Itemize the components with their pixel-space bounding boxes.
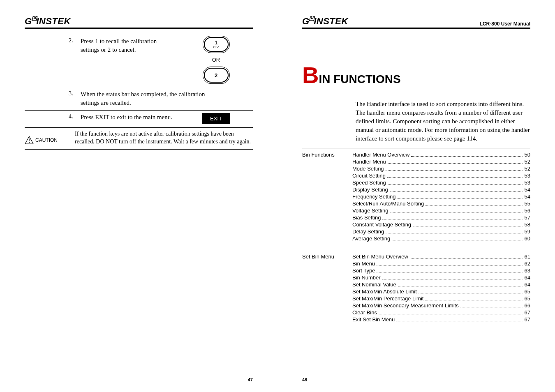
page-number: 47 — [248, 377, 253, 382]
chapter-title: BIN FUNCTIONS — [302, 62, 530, 88]
chapter-rest: IN FUNCTIONS — [319, 73, 400, 85]
toc-entry-title: Bias Setting — [352, 214, 381, 221]
toc-entry-title: Set Max/Min Percentage Limit — [352, 295, 423, 302]
toc-entry-page: 66 — [525, 302, 530, 309]
step-graphic: EXIT — [179, 113, 253, 124]
toc-entry-page: 50 — [525, 152, 530, 158]
toc-row: Select/Run Auto/Manu Sorting55 — [352, 201, 530, 207]
toc-entry-page: 67 — [525, 309, 530, 316]
toc-entry-title: Handler Menu — [352, 159, 386, 165]
toc-row: Speed Setting53 — [352, 180, 530, 186]
toc-entry-page: 52 — [525, 166, 530, 172]
toc-dots — [390, 212, 523, 212]
toc-entry-title: Display Setting — [352, 187, 388, 193]
toc-entry-page: 54 — [525, 194, 530, 200]
toc-entry-title: Circuit Setting — [352, 173, 386, 179]
key-1-button: 1 C.V — [204, 37, 229, 52]
toc-entry-title: Set Bin Menu Overview — [352, 254, 408, 260]
toc-dots — [388, 184, 523, 184]
toc-dots — [396, 321, 523, 321]
toc-row: Set Nominal Value64 — [352, 281, 530, 288]
toc-entry-page: 58 — [525, 221, 530, 228]
toc-dots — [382, 219, 523, 219]
toc-row: Average Setting60 — [352, 235, 530, 242]
toc-entry-page: 67 — [525, 316, 530, 323]
toc-dots — [386, 170, 523, 171]
toc-row: Circuit Setting53 — [352, 173, 530, 179]
toc-dots — [411, 156, 523, 157]
toc-section-label: Set Bin Menu — [302, 253, 352, 323]
toc-entry-page: 65 — [525, 295, 530, 302]
key-top: 1 — [215, 40, 217, 45]
toc-entry-title: Constant Voltage Setting — [352, 221, 411, 228]
toc-entry-title: Delay Setting — [352, 228, 384, 235]
toc-entry-page: 53 — [525, 173, 530, 179]
toc-row: Delay Setting59 — [352, 228, 530, 235]
warning-icon — [25, 136, 34, 144]
toc-container: Bin FunctionsHandler Menu Overview50Hand… — [302, 148, 530, 326]
step-graphic: 1 C.V OR 2 — [179, 37, 253, 83]
toc-dots — [379, 314, 523, 314]
toc-dots — [392, 240, 523, 240]
step-2-row: 2. Press 1 to recall the calibration set… — [25, 37, 253, 83]
toc-entry-title: Voltage Setting — [352, 208, 388, 214]
key-top: 2 — [215, 73, 217, 78]
toc-row: Display Setting54 — [352, 187, 530, 193]
step-text: Press 1 to recall the calibration settin… — [81, 37, 175, 54]
toc-row: Set Bin Menu Overview61 — [352, 254, 530, 260]
toc-entry-title: Frequency Setting — [352, 194, 396, 200]
toc-entry-title: Set Max/Min Absolute Limit — [352, 288, 417, 295]
caution-text-label: CAUTION — [35, 137, 58, 143]
step-number: 3. — [25, 90, 76, 97]
toc-row: Set Max/Min Percentage Limit65 — [352, 295, 530, 302]
toc-entry-title: Bin Menu — [352, 261, 375, 267]
toc-entry-title: Set Max/Min Secondary Measurement Limits — [352, 302, 459, 309]
toc-section-label: Bin Functions — [302, 151, 352, 242]
toc-row: Set Max/Min Secondary Measurement Limits… — [352, 302, 530, 309]
toc-dots — [419, 293, 523, 293]
toc-entry-page: 63 — [525, 267, 530, 274]
toc-row: Handler Menu52 — [352, 159, 530, 165]
toc-dots — [398, 286, 523, 286]
toc-dots — [410, 258, 523, 258]
chapter-dropcap: B — [302, 62, 319, 88]
divider — [25, 127, 253, 128]
toc-entry-title: Set Nominal Value — [352, 281, 396, 288]
toc-list: Set Bin Menu Overview61Bin Menu62Sort Ty… — [352, 253, 530, 323]
toc-dots — [388, 163, 523, 164]
step-number: 4. — [25, 113, 76, 120]
toc-row: Bin Menu62 — [352, 261, 530, 267]
brand-logo: G凹INSTEK — [25, 16, 71, 27]
toc-dots — [426, 205, 523, 205]
toc-list: Handler Menu Overview50Handler Menu52Mod… — [352, 151, 530, 242]
toc-dots — [413, 226, 523, 226]
step-number: 2. — [25, 37, 76, 44]
step-4-row: 4. Press EXIT to exit to the main menu. … — [25, 113, 253, 124]
toc-entry-title: Select/Run Auto/Manu Sorting — [352, 201, 424, 207]
step-text: Press EXIT to exit to the main menu. — [81, 113, 175, 121]
key-sub: C.V — [213, 46, 219, 49]
toc-entry-title: Clear Bins — [352, 309, 377, 316]
toc-entry-page: 55 — [525, 201, 530, 207]
exit-button-graphic: EXIT — [202, 113, 230, 124]
toc-row: Handler Menu Overview50 — [352, 152, 530, 158]
toc-section: Set Bin MenuSet Bin Menu Overview61Bin M… — [302, 250, 530, 326]
toc-row: Bias Setting57 — [352, 214, 530, 221]
toc-entry-title: Handler Menu Overview — [352, 152, 409, 158]
toc-entry-title: Bin Number — [352, 274, 381, 281]
toc-entry-page: 54 — [525, 187, 530, 193]
left-page: G凹INSTEK 2. Press 1 to recall the calibr… — [0, 0, 278, 392]
toc-entry-page: 62 — [525, 261, 530, 267]
toc-entry-page: 65 — [525, 288, 530, 295]
header-right: G凹INSTEK LCR-800 User Manual — [302, 16, 530, 29]
toc-entry-page: 64 — [525, 281, 530, 288]
toc-entry-page: 61 — [525, 254, 530, 260]
svg-point-2 — [29, 142, 30, 143]
left-content: 2. Press 1 to recall the calibration set… — [25, 37, 253, 149]
toc-dots — [382, 279, 523, 279]
toc-dots — [390, 191, 523, 191]
toc-row: Sort Type63 — [352, 267, 530, 274]
toc-row: Clear Bins67 — [352, 309, 530, 316]
toc-entry-page: 57 — [525, 214, 530, 221]
caution-row: CAUTION If the function keys are not act… — [25, 130, 253, 150]
